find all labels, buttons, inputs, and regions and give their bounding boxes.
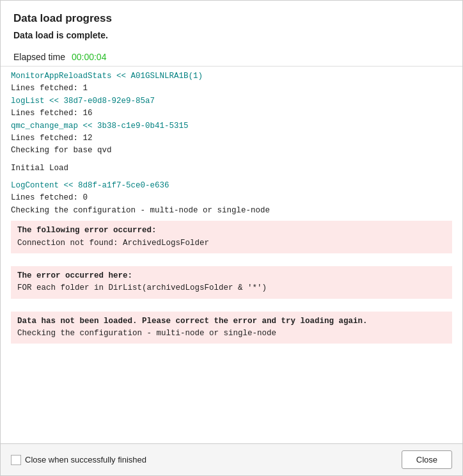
- log-line: Lines fetched: 1: [11, 83, 452, 95]
- close-when-finished-checkbox[interactable]: [11, 455, 21, 465]
- log-line: Initial Load: [11, 163, 452, 175]
- log-line: MonitorAppReloadStats << A01GSLNLRA1B(1): [11, 70, 452, 83]
- error-block-1: The following error occurred: Connection…: [11, 221, 452, 253]
- log-line: Checking the configuration - multi-node …: [11, 205, 452, 217]
- dialog-footer: Close when successfully finished Close: [1, 443, 462, 475]
- log-line: Checking for base qvd: [11, 145, 452, 157]
- warning-title: Data has not been loaded. Please correct…: [17, 315, 446, 328]
- error-block-2: The error occurred here: FOR each folder…: [11, 266, 452, 299]
- log-line: Lines fetched: 12: [11, 132, 452, 145]
- log-area[interactable]: MonitorAppReloadStats << A01GSLNLRA1B(1)…: [1, 67, 462, 443]
- log-line: LogContent << 8d8f-a1f7-5ce0-e636: [11, 180, 452, 192]
- log-line: qmc_change_map << 3b38-c1e9-0b41-5315: [11, 120, 452, 132]
- dialog-title: Data load progress: [13, 12, 450, 25]
- error-title-1: The following error occurred:: [17, 225, 446, 237]
- elapsed-label: Elapsed time: [13, 52, 65, 62]
- data-load-dialog: Data load progress Data load is complete…: [0, 0, 463, 476]
- warning-block: Data has not been loaded. Please correct…: [11, 312, 452, 344]
- dialog-subtitle: Data load is complete.: [13, 30, 450, 40]
- elapsed-row: Elapsed time 00:00:04: [1, 45, 462, 66]
- checkbox-area: Close when successfully finished: [11, 455, 396, 465]
- error-body-1: Connection not found: ArchivedLogsFolder: [17, 237, 446, 250]
- log-line: Lines fetched: 0: [11, 192, 452, 204]
- dialog-header: Data load progress Data load is complete…: [1, 1, 462, 45]
- error-body-2: FOR each folder in DirList(archivedLogsF…: [17, 282, 446, 294]
- elapsed-value: 00:00:04: [72, 52, 107, 62]
- log-line: Lines fetched: 16: [11, 107, 452, 120]
- warning-body: Checking the configuration - multi-node …: [17, 328, 446, 340]
- log-line: logList << 38d7-e0d8-92e9-85a7: [11, 95, 452, 107]
- close-button[interactable]: Close: [402, 450, 452, 469]
- checkbox-label: Close when successfully finished: [25, 455, 146, 464]
- log-area-wrapper: MonitorAppReloadStats << A01GSLNLRA1B(1)…: [1, 66, 462, 443]
- error-title-2: The error occurred here:: [17, 270, 446, 282]
